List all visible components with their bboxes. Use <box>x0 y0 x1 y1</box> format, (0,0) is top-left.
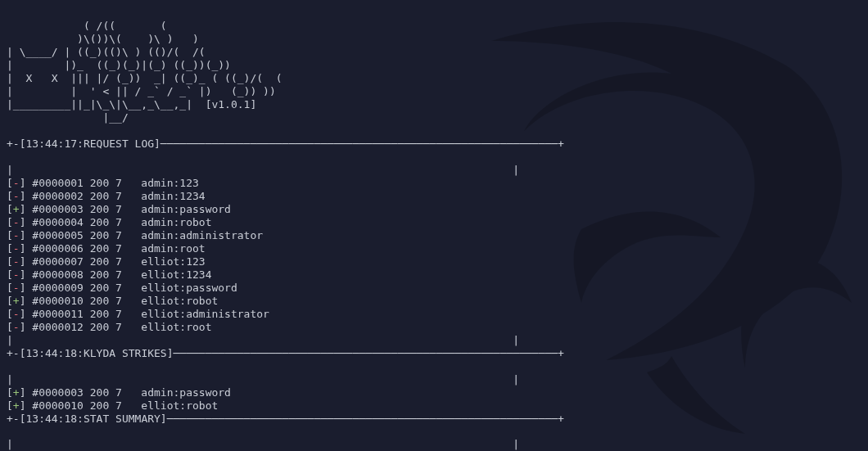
bracket-close: ] <box>20 268 33 281</box>
bracket-close: ] <box>20 190 33 202</box>
status-icon: + <box>13 386 20 399</box>
status-icon: + <box>13 295 20 307</box>
log-text: #0000008 200 7 elliot:1234 <box>32 268 211 281</box>
ascii-banner: ( /(( ( )\())\( )\ ) ) | \____/ | ((_)((… <box>7 20 868 124</box>
log-row: [+] #0000010 200 7 elliot:robot <box>7 295 868 308</box>
box-header-strikes: +-[13:44:18:KLYDA STRIKES]──────────────… <box>7 347 868 360</box>
log-row: [+] #0000003 200 7 admin:password <box>7 203 868 216</box>
bracket-open: [ <box>7 203 13 215</box>
log-text: #0000005 200 7 admin:administrator <box>32 229 263 241</box>
log-text: #0000012 200 7 elliot:root <box>32 321 211 333</box>
log-row: [-] #0000011 200 7 elliot:administrator <box>7 308 868 321</box>
log-text: #0000001 200 7 admin:123 <box>32 177 199 189</box>
status-icon: - <box>13 177 20 189</box>
log-row: [+] #0000003 200 7 admin:password <box>7 386 868 399</box>
log-text: #0000006 200 7 admin:root <box>32 242 205 255</box>
bracket-open: [ <box>7 268 13 281</box>
log-row: [-] #0000009 200 7 elliot:password <box>7 282 868 295</box>
status-icon: - <box>13 282 20 294</box>
request-log-box: +-[13:44:17:REQUEST LOG]────────────────… <box>7 138 868 451</box>
bracket-open: [ <box>7 242 13 255</box>
bracket-open: [ <box>7 282 13 294</box>
bracket-close: ] <box>20 255 33 268</box>
log-row: [-] #0000004 200 7 admin:robot <box>7 216 868 229</box>
log-text: #0000009 200 7 elliot:password <box>32 282 237 294</box>
bracket-open: [ <box>7 229 13 241</box>
log-text: #0000007 200 7 elliot:123 <box>32 255 205 268</box>
log-text: #0000010 200 7 elliot:robot <box>32 399 218 412</box>
status-icon: + <box>13 399 20 412</box>
log-row: [+] #0000010 200 7 elliot:robot <box>7 399 868 413</box>
bracket-close: ] <box>20 242 33 255</box>
status-icon: - <box>13 242 20 255</box>
status-icon: - <box>13 190 20 202</box>
terminal-output: ( /(( ( )\())\( )\ ) ) | \____/ | ((_)((… <box>0 0 868 451</box>
bracket-close: ] <box>20 216 33 228</box>
box-spacer: | | <box>7 438 519 450</box>
bracket-close: ] <box>20 295 33 307</box>
bracket-open: [ <box>7 190 13 202</box>
status-icon: - <box>13 216 20 228</box>
log-row: [-] #0000002 200 7 admin:1234 <box>7 190 868 203</box>
box-header-request-log: +-[13:44:17:REQUEST LOG]────────────────… <box>7 138 868 151</box>
status-icon: - <box>13 321 20 333</box>
bracket-close: ] <box>20 203 33 215</box>
box-spacer: | | <box>7 164 519 176</box>
log-row: [-] #0000001 200 7 admin:123 <box>7 177 868 190</box>
status-icon: - <box>13 268 20 281</box>
bracket-close: ] <box>20 386 33 399</box>
bracket-open: [ <box>7 386 13 399</box>
status-icon: - <box>13 229 20 241</box>
bracket-close: ] <box>20 308 33 320</box>
bracket-open: [ <box>7 216 13 228</box>
log-text: #0000010 200 7 elliot:robot <box>32 295 218 307</box>
box-spacer: | | <box>7 373 519 386</box>
bracket-open: [ <box>7 399 13 412</box>
status-icon: + <box>13 203 20 215</box>
box-header-stats: +-[13:44:18:STAT SUMMARY]───────────────… <box>7 413 868 426</box>
log-text: #0000003 200 7 admin:password <box>32 386 231 399</box>
bracket-open: [ <box>7 321 13 333</box>
status-icon: - <box>13 255 20 268</box>
bracket-close: ] <box>20 177 33 189</box>
log-row: [-] #0000006 200 7 admin:root <box>7 242 868 255</box>
bracket-close: ] <box>20 321 33 333</box>
log-row: [-] #0000005 200 7 admin:administrator <box>7 229 868 242</box>
log-text: #0000003 200 7 admin:password <box>32 203 231 215</box>
box-spacer: | | <box>7 334 519 346</box>
log-row: [-] #0000007 200 7 elliot:123 <box>7 255 868 268</box>
log-text: #0000011 200 7 elliot:administrator <box>32 308 269 320</box>
bracket-close: ] <box>20 229 33 241</box>
log-text: #0000004 200 7 admin:robot <box>32 216 211 228</box>
bracket-open: [ <box>7 295 13 307</box>
bracket-open: [ <box>7 255 13 268</box>
bracket-open: [ <box>7 308 13 320</box>
bracket-open: [ <box>7 177 13 189</box>
log-row: [-] #0000012 200 7 elliot:root <box>7 321 868 334</box>
status-icon: - <box>13 308 20 320</box>
bracket-close: ] <box>20 282 33 294</box>
log-row: [-] #0000008 200 7 elliot:1234 <box>7 268 868 282</box>
log-text: #0000002 200 7 admin:1234 <box>32 190 205 202</box>
bracket-close: ] <box>20 399 33 412</box>
